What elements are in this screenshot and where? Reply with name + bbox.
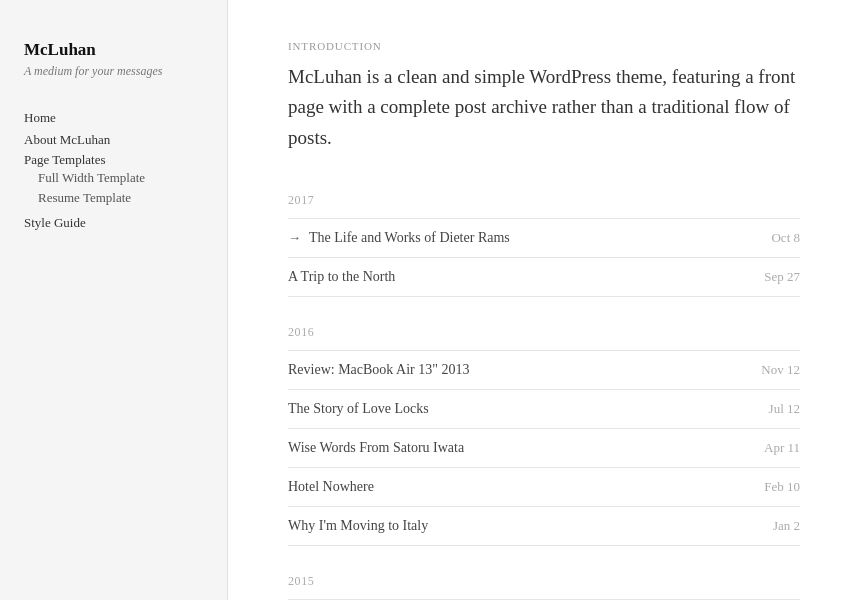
year-section: 2015Tickets for WordCamp Stockholm 2017N… — [288, 574, 800, 600]
sidebar-item-page-templates: Page Templates — [24, 149, 106, 170]
intro-text: McLuhan is a clean and simple WordPress … — [288, 62, 800, 153]
post-date: Feb 10 — [764, 479, 800, 495]
post-date: Jul 12 — [769, 401, 800, 417]
post-date: Nov 12 — [761, 362, 800, 378]
sidebar-item-full-width-template[interactable]: Full Width Template — [24, 168, 203, 188]
post-title: The Story of Love Locks — [288, 401, 429, 417]
sidebar: McLuhan A medium for your messages Home … — [0, 0, 228, 600]
post-date: Jan 2 — [773, 518, 800, 534]
intro-label: Introduction — [288, 40, 800, 52]
sidebar-item-home[interactable]: Home — [24, 107, 203, 129]
sidebar-item-about[interactable]: About McLuhan — [24, 129, 203, 151]
year-sections: 2017→The Life and Works of Dieter RamsOc… — [288, 193, 800, 600]
post-row[interactable]: The Story of Love LocksJul 12 — [288, 390, 800, 429]
year-heading: 2015 — [288, 574, 800, 589]
year-heading: 2016 — [288, 325, 800, 340]
post-title: Review: MacBook Air 13" 2013 — [288, 362, 469, 378]
sidebar-item-style-guide[interactable]: Style Guide — [24, 212, 203, 234]
sidebar-item-resume-template[interactable]: Resume Template — [24, 188, 203, 208]
post-list: Review: MacBook Air 13" 2013Nov 12The St… — [288, 350, 800, 546]
sidebar-nav: Home About McLuhan Page Templates Full W… — [24, 107, 203, 234]
post-title: Why I'm Moving to Italy — [288, 518, 428, 534]
post-row[interactable]: A Trip to the NorthSep 27 — [288, 258, 800, 297]
post-row[interactable]: Review: MacBook Air 13" 2013Nov 12 — [288, 351, 800, 390]
post-row[interactable]: Wise Words From Satoru IwataApr 11 — [288, 429, 800, 468]
post-date: Oct 8 — [771, 230, 800, 246]
post-date: Sep 27 — [764, 269, 800, 285]
post-row[interactable]: Why I'm Moving to ItalyJan 2 — [288, 507, 800, 546]
post-date: Apr 11 — [764, 440, 800, 456]
post-row[interactable]: Hotel NowhereFeb 10 — [288, 468, 800, 507]
main-content: Introduction McLuhan is a clean and simp… — [228, 0, 850, 600]
post-title: The Life and Works of Dieter Rams — [309, 230, 510, 246]
year-heading: 2017 — [288, 193, 800, 208]
site-tagline: A medium for your messages — [24, 64, 203, 79]
featured-arrow-icon: → — [288, 230, 301, 246]
post-row[interactable]: →The Life and Works of Dieter RamsOct 8 — [288, 219, 800, 258]
post-title: Wise Words From Satoru Iwata — [288, 440, 464, 456]
post-list: →The Life and Works of Dieter RamsOct 8A… — [288, 218, 800, 297]
post-title: Hotel Nowhere — [288, 479, 374, 495]
site-title: McLuhan — [24, 40, 203, 60]
post-title: A Trip to the North — [288, 269, 395, 285]
year-section: 2017→The Life and Works of Dieter RamsOc… — [288, 193, 800, 297]
year-section: 2016Review: MacBook Air 13" 2013Nov 12Th… — [288, 325, 800, 546]
